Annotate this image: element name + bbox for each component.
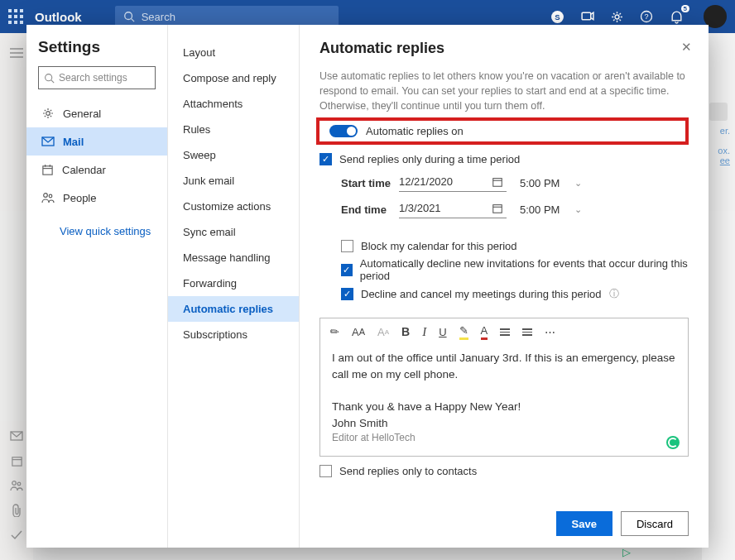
hamburger-icon[interactable] — [8, 45, 25, 61]
start-date-value: 12/21/2020 — [399, 175, 453, 188]
info-icon[interactable]: ⓘ — [609, 287, 619, 301]
end-row: End time 1/3/2021 5:00 PM ⌄ — [341, 200, 689, 218]
bg-link: ee — [707, 156, 730, 165]
search-placeholder: Search — [142, 11, 175, 23]
calendar-rail-icon[interactable] — [8, 452, 25, 469]
settings-search-input[interactable]: Search settings — [38, 66, 156, 89]
start-row: Start time 12/21/2020 5:00 PM ⌄ — [341, 174, 689, 192]
dialog-footer: Save Discard — [319, 503, 689, 536]
decline-new-row: Automatically decline new invitations fo… — [341, 257, 689, 282]
highlight-button[interactable]: ✎ — [459, 324, 468, 340]
view-quick-settings-link[interactable]: View quick settings — [60, 225, 156, 237]
decline-new-checkbox[interactable] — [341, 264, 353, 276]
section-attachments[interactable]: Attachments — [168, 91, 299, 117]
grammarly-icon[interactable] — [666, 436, 680, 449]
chevron-down-icon: ⌄ — [574, 178, 582, 189]
help-text: Use automatic replies to let others know… — [319, 69, 689, 113]
nav-mail[interactable]: Mail — [26, 127, 167, 156]
svg-text:?: ? — [644, 12, 648, 21]
msg-line: I am out of the office until January 3rd… — [332, 350, 676, 382]
mail-rail-icon[interactable] — [8, 428, 25, 444]
bg-thumb — [709, 103, 728, 121]
skype-icon[interactable]: S — [550, 9, 564, 24]
font-decrease-icon[interactable]: AA — [377, 326, 389, 338]
bold-button[interactable]: B — [401, 325, 410, 338]
end-date-input[interactable]: 1/3/2021 — [399, 200, 507, 218]
section-msghandling[interactable]: Message handling — [168, 245, 299, 270]
end-time-select[interactable]: 5:00 PM ⌄ — [520, 203, 582, 216]
svg-point-16 — [46, 74, 52, 80]
section-forwarding[interactable]: Forwarding — [168, 270, 299, 296]
nav-general[interactable]: General — [38, 99, 156, 127]
underline-button[interactable]: U — [439, 326, 446, 338]
play-icon[interactable]: ▷ — [622, 546, 631, 558]
block-checkbox[interactable] — [341, 240, 353, 252]
section-layout[interactable]: Layout — [168, 40, 299, 65]
nav-label: Calendar — [62, 164, 106, 176]
pen-icon[interactable]: ✎ — [327, 324, 342, 340]
section-compose[interactable]: Compose and reply — [168, 65, 299, 91]
section-customize[interactable]: Customize actions — [168, 194, 299, 219]
people-icon — [41, 192, 55, 203]
check-rail-icon[interactable] — [8, 527, 25, 543]
time-period-checkbox[interactable] — [319, 153, 332, 165]
nav-calendar[interactable]: Calendar — [38, 156, 156, 184]
toggle-label: Automatic replies on — [366, 125, 464, 137]
gear-icon — [41, 107, 55, 120]
editor-body[interactable]: I am out of the office until January 3rd… — [320, 345, 688, 455]
svg-line-1 — [131, 19, 134, 22]
section-junk[interactable]: Junk email — [168, 168, 299, 194]
app-launcher-icon[interactable] — [8, 9, 23, 24]
attach-rail-icon[interactable] — [8, 502, 25, 519]
notifications-icon[interactable]: 5 — [669, 9, 684, 24]
contacts-only-checkbox[interactable] — [319, 465, 332, 477]
settings-title: Settings — [38, 38, 156, 56]
start-date-input[interactable]: 12/21/2020 — [399, 174, 507, 192]
msg-line: John Smith — [332, 415, 676, 432]
italic-button[interactable]: I — [422, 325, 426, 339]
numbering-button[interactable] — [522, 328, 532, 336]
sub-options: Block my calendar for this period Automa… — [341, 235, 689, 306]
chevron-down-icon: ⌄ — [574, 204, 582, 215]
time-period-row: Send replies only during a time period — [319, 153, 689, 165]
svg-rect-4 — [582, 12, 591, 20]
people-rail-icon[interactable] — [8, 477, 25, 494]
settings-nav: Settings Search settings General Mail Ca… — [26, 25, 167, 548]
svg-point-18 — [46, 112, 50, 116]
autoreplies-pane: ✕ Automatic replies Use automatic replie… — [300, 25, 709, 548]
block-label: Block my calendar for this period — [361, 240, 517, 252]
mail-icon — [41, 136, 55, 146]
help-icon[interactable]: ? — [639, 9, 654, 24]
decline-cancel-label: Decline and cancel my meetings during th… — [361, 288, 602, 300]
start-time-select[interactable]: 5:00 PM ⌄ — [520, 177, 582, 189]
section-sync[interactable]: Sync email — [168, 219, 299, 245]
svg-rect-26 — [493, 179, 502, 187]
nav-people[interactable]: People — [38, 184, 156, 212]
bullets-button[interactable] — [500, 328, 510, 336]
message-editor: ✎ AA AA B I U ✎ A I am out of the office… — [319, 318, 689, 456]
decline-new-label: Automatically decline new invitations fo… — [360, 257, 689, 282]
teams-icon[interactable] — [579, 9, 594, 24]
brand-label: Outlook — [35, 10, 82, 24]
section-subscriptions[interactable]: Subscriptions — [168, 322, 299, 347]
nav-label: General — [63, 108, 101, 120]
more-button[interactable] — [545, 326, 555, 338]
section-rules[interactable]: Rules — [168, 117, 299, 142]
highlight-box: Automatic replies on — [316, 117, 689, 145]
bg-text: er. — [707, 126, 730, 136]
font-increase-icon[interactable]: AA — [352, 326, 365, 338]
section-autoreplies[interactable]: Automatic replies — [168, 296, 299, 322]
font-color-button[interactable]: A — [481, 324, 488, 340]
close-button[interactable]: ✕ — [681, 40, 692, 55]
bg-text: ox. — [707, 146, 730, 156]
save-button[interactable]: Save — [556, 511, 612, 536]
autoreplies-toggle[interactable] — [329, 125, 358, 137]
decline-cancel-checkbox[interactable] — [341, 288, 353, 300]
discard-button[interactable]: Discard — [621, 511, 689, 536]
section-sweep[interactable]: Sweep — [168, 142, 299, 168]
settings-gear-icon[interactable] — [609, 9, 624, 24]
svg-rect-12 — [12, 457, 21, 465]
contacts-only-row: Send replies only to contacts — [319, 465, 689, 477]
settings-dialog: Settings Search settings General Mail Ca… — [26, 25, 709, 548]
contacts-only-label: Send replies only to contacts — [339, 465, 477, 477]
